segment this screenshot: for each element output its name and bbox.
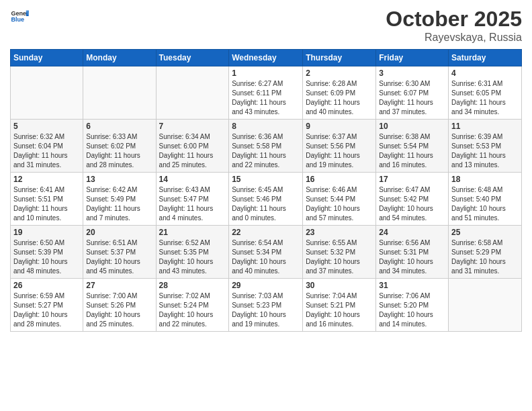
day-cell: 9Sunrise: 6:37 AM Sunset: 5:56 PM Daylig… [303,120,376,173]
day-cell: 13Sunrise: 6:42 AM Sunset: 5:49 PM Dayli… [83,173,156,226]
day-info: Sunrise: 6:58 AM Sunset: 5:29 PM Dayligh… [451,238,519,276]
day-info: Sunrise: 6:30 AM Sunset: 6:07 PM Dayligh… [379,79,445,117]
day-number: 27 [86,281,152,290]
day-cell: 17Sunrise: 6:47 AM Sunset: 5:42 PM Dayli… [376,173,449,226]
day-number: 31 [379,281,445,290]
day-info: Sunrise: 6:55 AM Sunset: 5:32 PM Dayligh… [306,238,373,276]
day-number: 14 [159,175,226,184]
day-cell: 1Sunrise: 6:27 AM Sunset: 6:11 PM Daylig… [229,66,303,120]
svg-text:Blue: Blue [11,16,24,23]
day-number: 10 [379,122,445,131]
day-cell: 24Sunrise: 6:56 AM Sunset: 5:31 PM Dayli… [376,226,449,279]
day-cell: 4Sunrise: 6:31 AM Sunset: 6:05 PM Daylig… [449,66,522,120]
day-info: Sunrise: 6:31 AM Sunset: 6:05 PM Dayligh… [451,79,519,117]
day-number: 28 [159,281,226,290]
day-number: 6 [86,122,152,131]
day-info: Sunrise: 6:28 AM Sunset: 6:09 PM Dayligh… [306,79,373,117]
day-number: 30 [306,281,373,290]
logo: General Blue [10,7,29,26]
day-cell [83,66,156,120]
day-cell: 15Sunrise: 6:45 AM Sunset: 5:46 PM Dayli… [229,173,303,226]
week-row-3: 12Sunrise: 6:41 AM Sunset: 5:51 PM Dayli… [11,173,522,226]
day-number: 5 [13,122,80,131]
day-info: Sunrise: 6:59 AM Sunset: 5:27 PM Dayligh… [13,291,80,329]
day-info: Sunrise: 6:56 AM Sunset: 5:31 PM Dayligh… [379,238,445,276]
col-monday: Monday [83,50,156,66]
day-info: Sunrise: 6:51 AM Sunset: 5:37 PM Dayligh… [86,238,152,276]
day-info: Sunrise: 6:37 AM Sunset: 5:56 PM Dayligh… [306,132,373,170]
day-cell: 8Sunrise: 6:36 AM Sunset: 5:58 PM Daylig… [229,120,303,173]
week-row-1: 1Sunrise: 6:27 AM Sunset: 6:11 PM Daylig… [11,66,522,120]
day-info: Sunrise: 7:06 AM Sunset: 5:20 PM Dayligh… [379,291,445,329]
day-info: Sunrise: 6:43 AM Sunset: 5:47 PM Dayligh… [159,185,226,223]
day-cell: 3Sunrise: 6:30 AM Sunset: 6:07 PM Daylig… [376,66,449,120]
day-cell: 16Sunrise: 6:46 AM Sunset: 5:44 PM Dayli… [303,173,376,226]
header: General Blue October 2025 Rayevskaya, Ru… [10,7,522,44]
title-block: October 2025 Rayevskaya, Russia [386,7,522,44]
page: General Blue October 2025 Rayevskaya, Ru… [0,0,532,411]
day-info: Sunrise: 6:42 AM Sunset: 5:49 PM Dayligh… [86,185,152,223]
day-info: Sunrise: 6:45 AM Sunset: 5:46 PM Dayligh… [232,185,300,223]
day-number: 12 [13,175,80,184]
day-info: Sunrise: 7:00 AM Sunset: 5:26 PM Dayligh… [86,291,152,329]
day-cell: 22Sunrise: 6:54 AM Sunset: 5:34 PM Dayli… [229,226,303,279]
day-cell: 20Sunrise: 6:51 AM Sunset: 5:37 PM Dayli… [83,226,156,279]
day-cell: 27Sunrise: 7:00 AM Sunset: 5:26 PM Dayli… [83,279,156,332]
calendar-table: Sunday Monday Tuesday Wednesday Thursday… [10,49,522,332]
col-saturday: Saturday [449,50,522,66]
day-number: 18 [451,175,519,184]
day-cell: 12Sunrise: 6:41 AM Sunset: 5:51 PM Dayli… [11,173,83,226]
day-info: Sunrise: 6:47 AM Sunset: 5:42 PM Dayligh… [379,185,445,223]
day-number: 29 [232,281,300,290]
day-number: 23 [306,228,373,237]
day-number: 1 [232,68,300,78]
col-thursday: Thursday [303,50,376,66]
day-info: Sunrise: 6:41 AM Sunset: 5:51 PM Dayligh… [13,185,80,223]
day-cell: 5Sunrise: 6:32 AM Sunset: 6:04 PM Daylig… [11,120,83,173]
day-cell: 10Sunrise: 6:38 AM Sunset: 5:54 PM Dayli… [376,120,449,173]
day-cell: 7Sunrise: 6:34 AM Sunset: 6:00 PM Daylig… [156,120,229,173]
day-cell: 31Sunrise: 7:06 AM Sunset: 5:20 PM Dayli… [376,279,449,332]
day-cell: 19Sunrise: 6:50 AM Sunset: 5:39 PM Dayli… [11,226,83,279]
day-info: Sunrise: 6:39 AM Sunset: 5:53 PM Dayligh… [451,132,519,170]
day-cell: 11Sunrise: 6:39 AM Sunset: 5:53 PM Dayli… [449,120,522,173]
col-sunday: Sunday [11,50,83,66]
day-number: 26 [13,281,80,290]
week-row-4: 19Sunrise: 6:50 AM Sunset: 5:39 PM Dayli… [11,226,522,279]
day-number: 16 [306,175,373,184]
day-number: 2 [306,68,373,78]
day-number: 22 [232,228,300,237]
day-info: Sunrise: 6:52 AM Sunset: 5:35 PM Dayligh… [159,238,226,276]
day-info: Sunrise: 6:27 AM Sunset: 6:11 PM Dayligh… [232,79,300,117]
day-number: 21 [159,228,226,237]
day-cell: 30Sunrise: 7:04 AM Sunset: 5:21 PM Dayli… [303,279,376,332]
day-number: 7 [159,122,226,131]
day-info: Sunrise: 6:33 AM Sunset: 6:02 PM Dayligh… [86,132,152,170]
week-row-2: 5Sunrise: 6:32 AM Sunset: 6:04 PM Daylig… [11,120,522,173]
month-title: October 2025 [386,7,522,32]
day-info: Sunrise: 7:04 AM Sunset: 5:21 PM Dayligh… [306,291,373,329]
day-info: Sunrise: 6:50 AM Sunset: 5:39 PM Dayligh… [13,238,80,276]
day-cell: 6Sunrise: 6:33 AM Sunset: 6:02 PM Daylig… [83,120,156,173]
day-info: Sunrise: 7:03 AM Sunset: 5:23 PM Dayligh… [232,291,300,329]
header-row: Sunday Monday Tuesday Wednesday Thursday… [11,50,522,66]
day-info: Sunrise: 6:54 AM Sunset: 5:34 PM Dayligh… [232,238,300,276]
day-number: 13 [86,175,152,184]
day-cell [11,66,83,120]
day-number: 25 [451,228,519,237]
day-cell: 18Sunrise: 6:48 AM Sunset: 5:40 PM Dayli… [449,173,522,226]
day-cell: 28Sunrise: 7:02 AM Sunset: 5:24 PM Dayli… [156,279,229,332]
day-info: Sunrise: 6:46 AM Sunset: 5:44 PM Dayligh… [306,185,373,223]
week-row-5: 26Sunrise: 6:59 AM Sunset: 5:27 PM Dayli… [11,279,522,332]
location-title: Rayevskaya, Russia [386,32,522,44]
day-cell [449,279,522,332]
day-cell: 26Sunrise: 6:59 AM Sunset: 5:27 PM Dayli… [11,279,83,332]
day-cell: 25Sunrise: 6:58 AM Sunset: 5:29 PM Dayli… [449,226,522,279]
day-number: 9 [306,122,373,131]
day-number: 8 [232,122,300,131]
col-wednesday: Wednesday [229,50,303,66]
day-number: 19 [13,228,80,237]
day-cell: 29Sunrise: 7:03 AM Sunset: 5:23 PM Dayli… [229,279,303,332]
day-info: Sunrise: 7:02 AM Sunset: 5:24 PM Dayligh… [159,291,226,329]
day-info: Sunrise: 6:48 AM Sunset: 5:40 PM Dayligh… [451,185,519,223]
